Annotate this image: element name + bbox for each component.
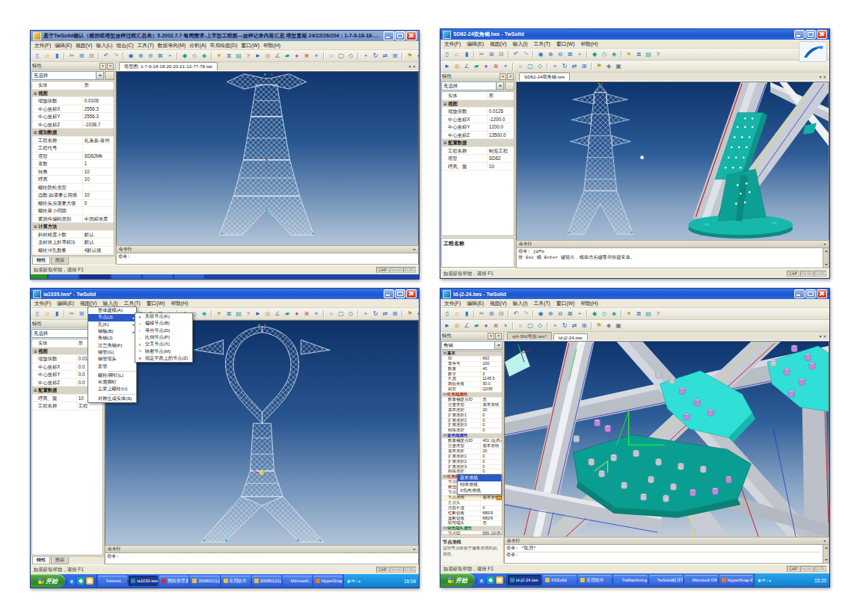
toolbar-icon[interactable]: ⊟	[87, 52, 96, 61]
toolbar-icon[interactable]: ⚑	[595, 62, 603, 71]
toolbar-icon[interactable]: ↻	[560, 62, 569, 71]
toolbar-icon[interactable]: ⊞	[580, 321, 589, 330]
toolbar-icon[interactable]: ?	[654, 309, 663, 318]
property-row[interactable]: 基本准距 20	[442, 449, 502, 455]
toolbar-icon[interactable]	[357, 52, 359, 60]
toolbar-icon[interactable]: ◎	[452, 62, 461, 71]
property-row[interactable]: 缩放倍数 0.0126	[442, 108, 514, 116]
menu-item[interactable]: 编辑(E)	[467, 300, 484, 307]
window-joint-detail[interactable]: ld-j2-24.tws - TwSolid 文件(F)编辑(E)视图(V)输入…	[440, 288, 830, 588]
property-row[interactable]: 基本	[442, 351, 502, 357]
toolbar-icon[interactable]: +	[575, 50, 584, 59]
command-scrollbar[interactable]	[823, 545, 829, 563]
toolbar-icon[interactable]: ▰	[472, 321, 481, 330]
property-row[interactable]: 扩展准距3 0	[442, 423, 502, 428]
dropdown-option[interactable]: X负向准线	[458, 487, 501, 494]
toolbar-icon[interactable]: ⇄	[381, 309, 390, 318]
viewport-canvas[interactable]	[516, 81, 829, 240]
property-row[interactable]: 长度 1145.5	[442, 377, 502, 382]
toolbar-icon[interactable]: ∠	[273, 309, 282, 318]
toolbar-icon[interactable]: ▰	[472, 62, 481, 71]
property-row[interactable]: 两肢夹角 90.0	[442, 382, 502, 387]
toolbar-icon[interactable]: ◈	[604, 321, 613, 330]
toolbar-icon[interactable]: ↷	[111, 52, 120, 61]
menu-popup-item[interactable]: 螺栓/脚钉(L)	[88, 372, 136, 379]
toolbar-icon[interactable]: ▢	[526, 321, 535, 330]
property-row[interactable]: 节点ID 650-10(内点)	[442, 532, 502, 535]
titlebar[interactable]: 基于TwSolid确认（横担组塔型放样过程汇总表）5.2002.7.7 每周需求…	[31, 31, 419, 41]
tab-close-icon[interactable]: ✕	[412, 64, 416, 69]
toolbar-icon[interactable]: ◉	[536, 50, 545, 59]
menu-popup-item[interactable]: 钢管塔头	[88, 356, 136, 363]
command-bar-header[interactable]: 命令行	[516, 240, 829, 247]
property-row[interactable]: 螺栓大小坐标方式 布局点-标识间距	[32, 254, 114, 256]
toolbar-icon[interactable]	[323, 52, 325, 60]
minimize-button[interactable]	[794, 30, 805, 39]
toolbar-icon[interactable]: ⌖	[501, 321, 510, 330]
toolbar-icon[interactable]: ▮	[52, 52, 61, 61]
property-row[interactable]: 蓝断切角 680/9	[442, 517, 502, 522]
titlebar[interactable]: ld-j2-24.tws - TwSolid	[440, 289, 829, 299]
toolbar-icon[interactable]: ⊞	[77, 52, 86, 61]
property-row[interactable]: 中心坐标Y 2556.3	[32, 113, 114, 121]
toolbar-icon[interactable]	[532, 310, 534, 318]
panel-filter-button[interactable]	[505, 81, 515, 90]
toolbar-icon[interactable]: ▰	[283, 52, 292, 61]
document-tab[interactable]: SD62-24双角钢.tws	[519, 73, 570, 81]
toolbar-icon[interactable]	[586, 51, 588, 58]
menu-item[interactable]: 输入(L)	[96, 42, 113, 49]
start-button[interactable]: 开始	[31, 574, 65, 588]
toolbar-icon[interactable]	[591, 322, 592, 330]
taskbar-button[interactable]: HyperSnap-DX	[313, 576, 343, 586]
toolbar-icon[interactable]: ∠	[462, 62, 471, 71]
toolbar-icon[interactable]: ⊞	[580, 62, 589, 71]
taskbar-button[interactable]: 20080121还原	[252, 576, 281, 586]
toolbar-icon[interactable]	[508, 310, 509, 318]
toolbar-icon[interactable]: ●	[482, 62, 491, 71]
toolbar-icon[interactable]: +	[550, 321, 559, 330]
toolbar-icon[interactable]	[512, 322, 514, 330]
menu-item[interactable]: 帮助(H)	[171, 300, 188, 307]
menu-item[interactable]: 数据导向(M)	[158, 42, 185, 49]
menu-item[interactable]: 文件(F)	[34, 300, 51, 307]
toolbar-icon[interactable]: ◇	[600, 309, 609, 318]
minimize-button[interactable]	[384, 289, 394, 298]
toolbar-icon[interactable]: ▱	[43, 309, 52, 318]
toolbar-icon[interactable]: ○	[516, 62, 525, 71]
toolbar-icon[interactable]	[586, 310, 588, 318]
toolbar-icon[interactable]: ◇	[535, 321, 544, 330]
toolbar-icon[interactable]: ⚑	[405, 52, 414, 61]
toolbar-icon[interactable]	[473, 51, 475, 58]
maximize-button[interactable]	[805, 289, 816, 298]
submenu-item[interactable]: ◈ 指定平面上的节点(Z)	[135, 355, 192, 362]
toolbar-icon[interactable]: ⊟	[497, 309, 506, 318]
toolbar-icon[interactable]: ●	[482, 321, 491, 330]
dropdown-option[interactable]: 特殊准线	[458, 481, 501, 488]
close-button[interactable]	[817, 289, 827, 298]
maximize-button[interactable]	[395, 289, 405, 298]
panel-tab[interactable]: 图层	[51, 557, 69, 564]
property-row[interactable]: 注册类型 基本准线	[442, 403, 502, 408]
property-row[interactable]: 中心坐标X 2556.3	[32, 105, 114, 114]
titlebar[interactable]: ia1039.tws* - TwSolid	[31, 289, 419, 299]
menu-popup-item[interactable]: 布置脚钉	[88, 379, 136, 386]
property-row[interactable]: 中心坐标Z 13500.0	[442, 132, 514, 140]
toolbar-icon[interactable]: ▯	[33, 309, 42, 318]
property-row[interactable]: 红断切角 680/9	[442, 511, 502, 517]
property-row[interactable]: 塔型 SD62Mk	[32, 153, 114, 161]
command-line[interactable]: 命令:	[118, 254, 417, 260]
toolbar-icon[interactable]: ◇	[535, 62, 544, 71]
toolbar-icon[interactable]: ↶	[102, 52, 111, 61]
toolbar-icon[interactable]: ▤	[234, 52, 243, 61]
toolbar-icon[interactable]: ⊕	[136, 52, 145, 61]
toolbar-icon[interactable]: ⊕	[546, 50, 555, 59]
toolbar-icon[interactable]: ▯	[443, 309, 452, 318]
menu-item[interactable]: 输入(I)	[513, 40, 528, 48]
toolbar-icon[interactable]: ↶	[512, 50, 520, 59]
panel-tab[interactable]: 图层	[51, 257, 69, 265]
command-input-area[interactable]: 命令: jdfm 按 Esc 或 Enter 键退出，或单击右键显示快捷菜单。	[516, 247, 829, 268]
quick-launch-icon[interactable]: ▤	[496, 576, 503, 584]
property-row[interactable]: 绿色端头属性	[442, 526, 502, 532]
toolbar-icon[interactable]: ✂	[67, 309, 76, 318]
toolbar-icon[interactable]: ⚑	[405, 309, 414, 318]
